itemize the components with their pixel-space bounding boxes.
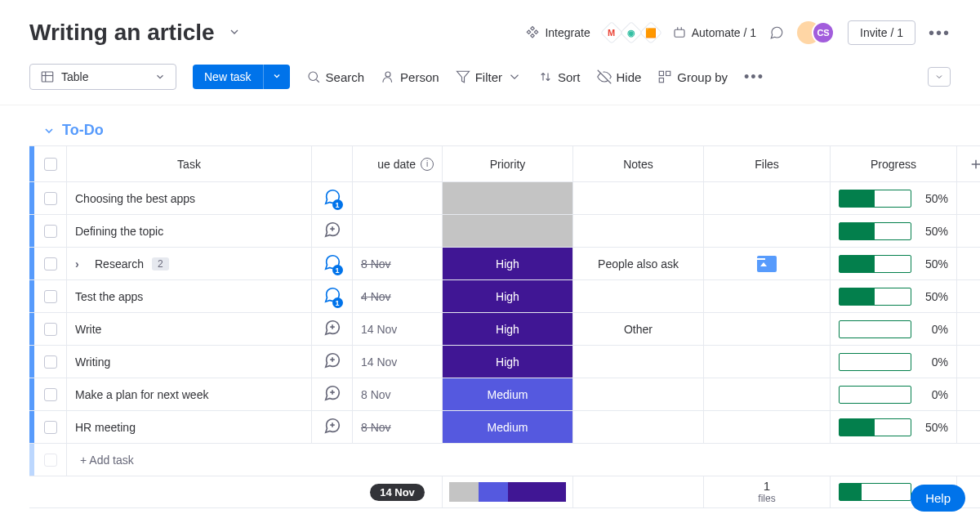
priority-cell[interactable] xyxy=(443,215,573,247)
notes-cell[interactable] xyxy=(573,215,704,247)
notes-cell[interactable] xyxy=(573,182,704,214)
progress-cell[interactable]: 0% xyxy=(831,313,957,345)
due-date-cell[interactable] xyxy=(353,182,443,214)
board-title-chevron-icon[interactable] xyxy=(228,25,241,41)
notes-cell[interactable] xyxy=(573,346,704,378)
notes-cell[interactable] xyxy=(573,411,704,443)
due-date-cell[interactable]: 8 Nov xyxy=(353,411,443,443)
board-title[interactable]: Writing an article xyxy=(29,20,215,46)
notes-cell[interactable] xyxy=(573,378,704,410)
table-row[interactable]: Defining the topic 50% xyxy=(29,215,980,248)
priority-cell[interactable]: High xyxy=(443,248,573,279)
row-checkbox[interactable] xyxy=(44,225,57,238)
files-cell[interactable] xyxy=(704,378,831,410)
conversation-icon[interactable]: 1 xyxy=(323,188,341,208)
group-by-button[interactable]: Group by xyxy=(657,69,728,84)
notes-cell[interactable]: Other xyxy=(573,313,704,345)
board-members[interactable]: CS xyxy=(797,21,835,44)
progress-cell[interactable]: 50% xyxy=(831,182,957,214)
due-date-cell[interactable]: 4 Nov xyxy=(353,280,443,312)
progress-cell[interactable]: 50% xyxy=(831,248,957,279)
add-conversation-icon[interactable] xyxy=(323,384,341,405)
priority-cell[interactable]: High xyxy=(443,280,573,312)
person-filter-button[interactable]: Person xyxy=(381,69,439,84)
due-date-cell[interactable]: 14 Nov xyxy=(353,313,443,345)
due-date-cell[interactable]: 8 Nov xyxy=(353,378,443,410)
conversation-icon[interactable]: 1 xyxy=(323,253,341,274)
due-date-cell[interactable]: 14 Nov xyxy=(353,346,443,378)
add-conversation-icon[interactable] xyxy=(323,417,341,437)
row-checkbox[interactable] xyxy=(44,257,57,270)
progress-cell[interactable]: 0% xyxy=(831,346,957,378)
expand-subitems-icon[interactable]: › xyxy=(75,257,87,270)
row-checkbox[interactable] xyxy=(44,323,57,336)
footer-files-summary[interactable]: 1files xyxy=(704,476,831,507)
priority-cell[interactable]: Medium xyxy=(443,411,573,443)
add-task-row[interactable]: + Add task xyxy=(29,444,980,476)
files-cell[interactable] xyxy=(704,280,831,312)
group-header[interactable]: To-Do xyxy=(0,105,980,145)
add-conversation-icon[interactable] xyxy=(323,221,341,241)
task-name-cell[interactable]: Write xyxy=(67,313,312,345)
files-cell[interactable] xyxy=(704,182,831,214)
priority-cell[interactable]: Medium xyxy=(443,378,573,410)
task-name-cell[interactable]: › Research 2 xyxy=(67,248,312,279)
files-cell[interactable] xyxy=(704,215,831,247)
toolbar-more-icon[interactable]: ••• xyxy=(744,69,764,86)
files-cell[interactable] xyxy=(704,313,831,345)
table-row[interactable]: Choosing the best apps 1 50% xyxy=(29,182,980,215)
col-notes[interactable]: Notes xyxy=(573,146,704,181)
priority-cell[interactable]: High xyxy=(443,346,573,378)
integration-app-icons[interactable]: M ◉ 🟧 xyxy=(604,25,659,41)
col-files[interactable]: Files xyxy=(704,146,831,181)
image-file-icon[interactable] xyxy=(757,256,777,272)
row-checkbox[interactable] xyxy=(44,290,57,303)
add-conversation-icon[interactable] xyxy=(323,351,341,372)
footer-priority-summary[interactable] xyxy=(443,476,573,507)
table-row[interactable]: › Research 2 1 8 Nov High People also as… xyxy=(29,248,980,280)
progress-cell[interactable]: 50% xyxy=(831,280,957,312)
new-task-button[interactable]: New task xyxy=(193,65,263,89)
files-cell[interactable] xyxy=(704,346,831,378)
filter-button[interactable]: Filter xyxy=(456,69,522,84)
table-row[interactable]: Test the apps 1 4 Nov High 50% xyxy=(29,280,980,313)
footer-due-summary[interactable]: 14 Nov xyxy=(353,476,443,507)
row-checkbox[interactable] xyxy=(44,192,57,205)
search-button[interactable]: Search xyxy=(306,69,365,84)
due-date-cell[interactable]: 8 Nov xyxy=(353,248,443,279)
progress-cell[interactable]: 0% xyxy=(831,378,957,410)
row-checkbox[interactable] xyxy=(44,355,57,369)
notes-cell[interactable]: People also ask xyxy=(573,248,704,279)
files-cell[interactable] xyxy=(704,411,831,443)
priority-cell[interactable]: High xyxy=(443,313,573,345)
table-row[interactable]: HR meeting 8 Nov Medium 50% xyxy=(29,411,980,444)
conversation-icon[interactable]: 1 xyxy=(323,286,341,306)
col-progress[interactable]: Progress xyxy=(831,146,957,181)
row-checkbox[interactable] xyxy=(44,388,57,401)
task-name-cell[interactable]: Defining the topic xyxy=(67,215,312,247)
col-task[interactable]: Task xyxy=(67,146,312,181)
invite-button[interactable]: Invite / 1 xyxy=(848,20,915,45)
files-cell[interactable] xyxy=(704,248,831,279)
task-name-cell[interactable]: Test the apps xyxy=(67,280,312,312)
add-task-input[interactable]: + Add task xyxy=(67,444,312,476)
priority-cell[interactable] xyxy=(443,182,573,214)
task-name-cell[interactable]: Choosing the best apps xyxy=(67,182,312,214)
sort-button[interactable]: Sort xyxy=(538,69,581,84)
progress-cell[interactable]: 50% xyxy=(831,411,957,443)
new-task-dropdown[interactable] xyxy=(263,65,290,89)
help-button[interactable]: Help xyxy=(911,485,965,512)
col-priority[interactable]: Priority xyxy=(443,146,573,181)
view-selector[interactable]: Table xyxy=(29,64,176,90)
table-row[interactable]: Write 14 Nov High Other 0% xyxy=(29,313,980,346)
table-row[interactable]: Make a plan for next week 8 Nov Medium 0… xyxy=(29,378,980,411)
progress-cell[interactable]: 50% xyxy=(831,215,957,247)
row-checkbox[interactable] xyxy=(44,421,57,434)
col-due-date[interactable]: ue date i xyxy=(353,146,443,181)
notes-cell[interactable] xyxy=(573,280,704,312)
task-name-cell[interactable]: HR meeting xyxy=(67,411,312,443)
board-more-icon[interactable]: ••• xyxy=(929,24,951,42)
info-icon[interactable]: i xyxy=(421,158,434,171)
notifications-icon[interactable] xyxy=(769,25,784,40)
task-name-cell[interactable]: Writing xyxy=(67,346,312,378)
